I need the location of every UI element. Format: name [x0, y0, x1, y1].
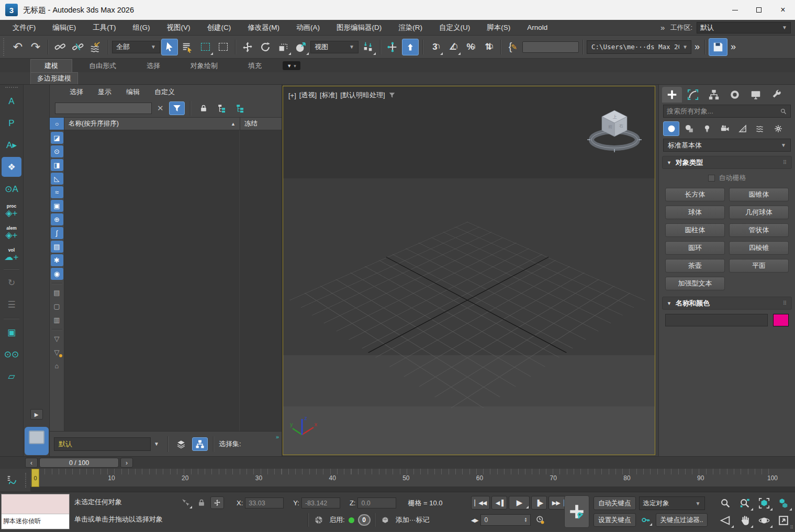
absolute-mode-transform-toggle[interactable]	[210, 496, 224, 509]
time-tag-cube-button[interactable]	[378, 514, 392, 526]
set-key-button[interactable]: 设置关键点	[594, 513, 636, 527]
ribbon-tab[interactable]: 建模	[30, 59, 72, 72]
layers-mode-button[interactable]	[173, 437, 189, 451]
go-to-start-button[interactable]: ▏◀◀	[471, 496, 490, 510]
object-type-rollout-header[interactable]: ▼ 对象类型 ⠿	[662, 156, 792, 169]
autosave-button[interactable]	[709, 38, 727, 56]
snap-toggle-3d[interactable]: 3∩	[427, 39, 443, 55]
object-type-button[interactable]: 长方体	[665, 188, 725, 201]
menu-item[interactable]: 创建(C)	[199, 20, 240, 36]
ribbon-tab[interactable]: 选择	[133, 60, 174, 72]
time-slider-marker[interactable]: 0	[31, 469, 39, 487]
strip-drag-handle[interactable]	[5, 87, 18, 88]
hierarchy-mode-button[interactable]	[192, 437, 208, 451]
filter-settings-icon[interactable]: ▽	[51, 346, 63, 358]
zoom-all-button[interactable]	[735, 495, 754, 511]
key-filters-button[interactable]: 关键点过滤器..	[656, 513, 708, 527]
named-selection-sets-button[interactable]: {✎	[505, 39, 521, 55]
object-type-button[interactable]: 圆锥体	[729, 188, 789, 201]
display-helpers-toggle[interactable]: ◺	[51, 173, 63, 185]
keyboard-shortcut-override-toggle[interactable]	[402, 39, 419, 55]
display-containers-toggle[interactable]: ⊕	[51, 213, 63, 225]
column-name-header[interactable]: 名称(按升序排序) ▲	[64, 118, 240, 130]
previous-frame-button[interactable]: ◀▐	[491, 496, 507, 510]
explorer-menu-item[interactable]: 编辑	[119, 87, 147, 97]
select-by-name-button[interactable]	[179, 39, 196, 55]
proc-create-icon[interactable]: proc ◈+	[2, 201, 21, 221]
keying-mode-button[interactable]	[639, 514, 653, 526]
current-frame-spinner[interactable]: 0 ▲▼	[480, 514, 531, 526]
time-configuration-button[interactable]	[533, 514, 547, 526]
object-type-button[interactable]: 圆柱体	[665, 223, 725, 237]
clear-search-icon[interactable]: ✕	[154, 104, 166, 113]
viewport-menu-pov[interactable]: [透视]	[299, 90, 317, 100]
explorer-hierarchy-view-button[interactable]	[214, 101, 230, 115]
category-systems-button[interactable]	[770, 121, 786, 136]
object-type-button[interactable]: 管状体	[729, 223, 789, 237]
object-type-button[interactable]: 几何球体	[729, 206, 789, 219]
window-crossing-toggle[interactable]	[215, 39, 231, 55]
toolbar-drag-handle[interactable]	[3, 38, 6, 56]
python-editor-window-icon[interactable]: P	[2, 113, 21, 133]
selection-lock-toggle[interactable]	[195, 496, 208, 509]
unlink-selection-button[interactable]	[70, 39, 86, 55]
listener-macro-pane[interactable]	[2, 494, 69, 514]
display-frozen-toggle[interactable]: ✱	[51, 254, 63, 266]
select-link-button[interactable]	[52, 39, 69, 55]
category-shapes-button[interactable]	[681, 121, 697, 136]
pan-view-button[interactable]	[735, 512, 754, 528]
set-keys-button[interactable]	[564, 495, 589, 528]
explorer-menu-item[interactable]: 显示	[91, 87, 119, 97]
active-creature-tool-icon[interactable]: ❖	[2, 157, 21, 177]
redo-button[interactable]: ↷	[27, 39, 44, 55]
select-and-place-button[interactable]	[293, 39, 309, 55]
toolbar-overflow-chevron-2[interactable]: »	[729, 41, 737, 52]
object-name-input[interactable]	[665, 314, 768, 326]
viewport-menu-general[interactable]: [+]	[288, 92, 296, 99]
column-icon-header[interactable]: ○	[50, 118, 64, 130]
display-lights-toggle[interactable]: ⊙	[51, 145, 63, 157]
undo-button[interactable]: ↶	[9, 39, 26, 55]
explorer-filter-button[interactable]	[169, 101, 185, 115]
category-lights-button[interactable]	[699, 121, 715, 136]
menu-item[interactable]: 脚本(S)	[478, 20, 519, 36]
viewport-menu-shading[interactable]: [默认明暗处理]	[340, 90, 385, 100]
expand-panel-button[interactable]: ▶	[30, 409, 43, 420]
display-bones-toggle[interactable]: ∫	[51, 227, 63, 239]
category-helpers-button[interactable]	[734, 121, 751, 136]
y-coordinate-field[interactable]: -83.142	[301, 497, 340, 508]
play-animation-button[interactable]: ▶	[509, 496, 530, 510]
tab-modify[interactable]	[683, 87, 703, 103]
object-type-button[interactable]: 圆环	[665, 241, 725, 255]
ribbon-tab[interactable]: 对象绘制	[177, 60, 231, 72]
autogrid-checkbox[interactable]	[708, 175, 715, 182]
maximize-button[interactable]	[747, 0, 771, 20]
zoom-extents-button[interactable]	[755, 495, 773, 511]
explorer-layer-view-button[interactable]	[232, 101, 248, 115]
workspace-dropdown[interactable]: 默认 ▼	[697, 22, 791, 33]
blank-view-icon[interactable]: ▢	[51, 300, 63, 312]
menu-item[interactable]: 渲染(R)	[390, 20, 431, 36]
explorer-menu-item[interactable]: 选择	[62, 87, 91, 97]
folders-stack-icon[interactable]: ▣	[2, 322, 21, 342]
minimize-button[interactable]	[723, 0, 747, 20]
category-geometry-button[interactable]	[663, 121, 679, 136]
zoom-button[interactable]	[716, 495, 734, 511]
transfer-cycle-icon[interactable]: ↻	[2, 273, 21, 292]
menu-item[interactable]: 动画(A)	[288, 20, 328, 36]
display-shelf-toggle[interactable]: ▤	[51, 241, 63, 253]
animation-enable-shield-button[interactable]	[312, 514, 326, 526]
use-pivot-center-button[interactable]	[360, 39, 376, 55]
hand-list-icon[interactable]: ☰	[2, 295, 21, 314]
ribbon-overflow-button[interactable]: ▼▾	[283, 61, 300, 70]
alembic-create-icon[interactable]: alem ◈+	[2, 223, 21, 243]
menu-item[interactable]: 工具(T)	[84, 20, 124, 36]
tab-display[interactable]	[746, 87, 766, 103]
trackbar-drag-handle[interactable]	[25, 473, 29, 488]
explorer-preset-dropdown[interactable]: 默认	[54, 437, 151, 451]
explorer-menu-item[interactable]: 自定义	[147, 87, 182, 97]
window-resize-grip[interactable]: ⠿	[790, 525, 794, 530]
key-selection-dropdown[interactable]: 选定对象 ▼	[639, 496, 705, 510]
explorer-search-input[interactable]	[55, 103, 152, 114]
zoom-extents-all-button[interactable]	[774, 495, 792, 511]
